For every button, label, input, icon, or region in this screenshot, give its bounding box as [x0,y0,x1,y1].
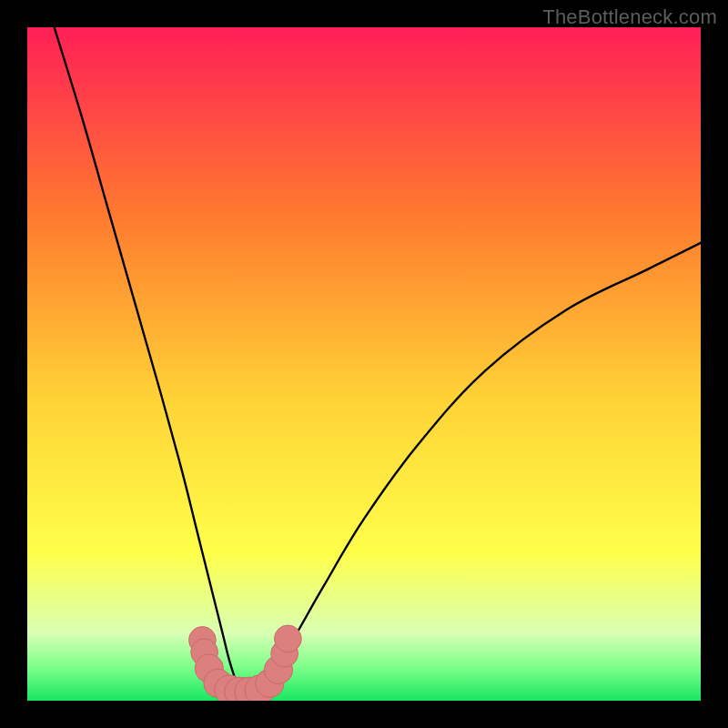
plot-area [27,27,701,701]
bottleneck-curve [55,27,701,692]
bottom-marker-cluster [189,625,302,701]
marker-dot [275,625,302,652]
curve-layer [27,27,701,701]
chart-frame: TheBottleneck.com [0,0,728,728]
watermark-text: TheBottleneck.com [542,5,717,29]
